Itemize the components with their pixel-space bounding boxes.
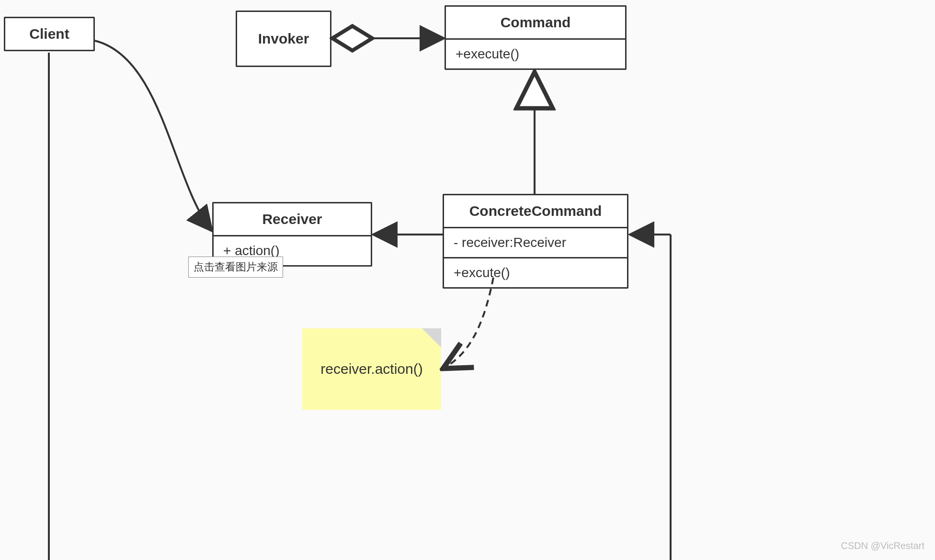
image-source-tooltip[interactable]: 点击查看图片来源 [188, 257, 283, 278]
class-client: Client [4, 17, 95, 51]
tooltip-text: 点击查看图片来源 [194, 261, 278, 273]
note-receiver-action: receiver.action() [302, 328, 441, 410]
conn-concrete-note [443, 278, 493, 369]
class-receiver-title: Receiver [214, 203, 371, 235]
conn-client-receiver [95, 41, 212, 231]
class-command-title: Command [446, 7, 625, 38]
class-concrete-command-title: ConcreteCommand [444, 195, 627, 227]
class-invoker: Invoker [236, 11, 331, 67]
note-text: receiver.action() [320, 361, 422, 377]
class-invoker-title: Invoker [258, 31, 309, 47]
class-client-title: Client [5, 18, 93, 50]
class-concrete-command: ConcreteCommand - receiver:Receiver +exc… [443, 194, 628, 289]
class-command-method: +execute() [446, 38, 625, 68]
watermark: CSDN @VicRestart [841, 540, 924, 551]
class-concrete-command-method: +excute() [444, 257, 627, 287]
note-fold-icon [422, 328, 441, 347]
class-concrete-command-attr: - receiver:Receiver [444, 227, 627, 257]
class-command: Command +execute() [445, 5, 627, 70]
